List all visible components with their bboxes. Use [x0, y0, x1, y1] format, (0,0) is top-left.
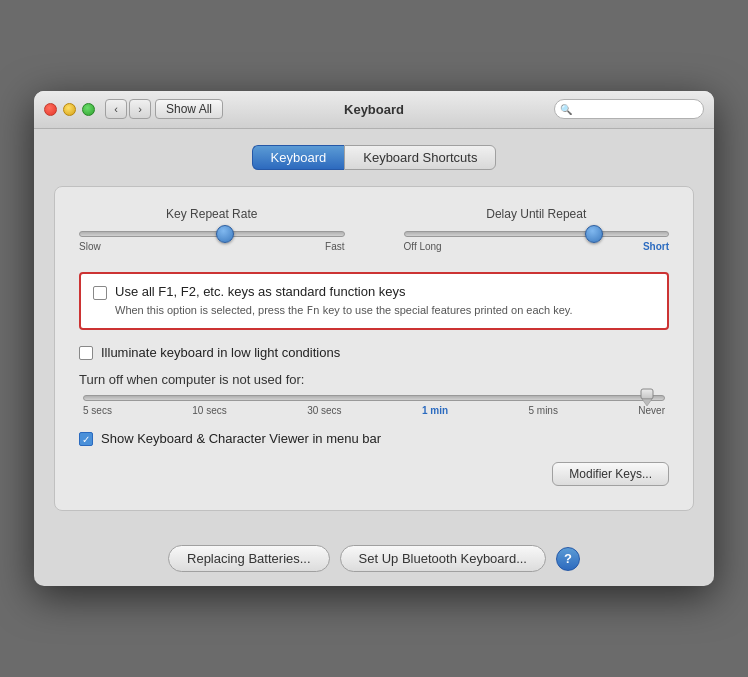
help-button[interactable]: ? — [556, 547, 580, 571]
tab-keyboard-shortcuts[interactable]: Keyboard Shortcuts — [344, 145, 496, 170]
key-repeat-group: Key Repeat Rate Slow Fast — [79, 207, 345, 252]
fn-option-desc: When this option is selected, press the … — [115, 303, 573, 318]
fn-option-row: Use all F1, F2, etc. keys as standard fu… — [93, 284, 655, 318]
show-keyboard-checkbox[interactable]: ✓ — [79, 432, 93, 446]
illuminate-label: Illuminate keyboard in low light conditi… — [101, 345, 340, 360]
time-label-30secs: 30 secs — [307, 405, 341, 416]
key-repeat-label: Key Repeat Rate — [79, 207, 345, 221]
delay-off-long-label: Off Long — [404, 241, 442, 252]
delay-repeat-range-labels: Off Long Short — [404, 241, 670, 252]
fn-keys-checkbox[interactable] — [93, 286, 107, 300]
fn-desc-prefix: When this option is selected, press the — [115, 304, 306, 316]
key-repeat-range-labels: Slow Fast — [79, 241, 345, 252]
sliders-row: Key Repeat Rate Slow Fast Delay Until Re… — [79, 207, 669, 252]
time-thumb-svg — [640, 388, 654, 406]
illuminate-row: Illuminate keyboard in low light conditi… — [79, 344, 669, 360]
delay-short-label: Short — [643, 241, 669, 252]
time-label-10secs: 10 secs — [192, 405, 226, 416]
key-repeat-track-wrap — [79, 231, 345, 237]
content-area: Keyboard Keyboard Shortcuts Key Repeat R… — [34, 129, 714, 531]
time-slider-wrap — [79, 395, 669, 401]
delay-repeat-group: Delay Until Repeat Off Long Short — [404, 207, 670, 252]
show-all-button[interactable]: Show All — [155, 99, 223, 119]
setup-bluetooth-button[interactable]: Set Up Bluetooth Keyboard... — [340, 545, 546, 572]
fn-option-box: Use all F1, F2, etc. keys as standard fu… — [79, 272, 669, 330]
modifier-row: Modifier Keys... — [79, 462, 669, 486]
delay-repeat-thumb[interactable] — [585, 225, 603, 243]
keyboard-preferences-window: ‹ › Show All Keyboard Keyboard Keyboard … — [34, 91, 714, 586]
turn-off-label: Turn off when computer is not used for: — [79, 372, 669, 387]
show-keyboard-label: Show Keyboard & Character Viewer in menu… — [101, 431, 381, 446]
time-label-5secs: 5 secs — [83, 405, 112, 416]
key-repeat-thumb[interactable] — [216, 225, 234, 243]
illuminate-checkbox[interactable] — [79, 346, 93, 360]
back-button[interactable]: ‹ — [105, 99, 127, 119]
fn-option-label: Use all F1, F2, etc. keys as standard fu… — [115, 284, 573, 299]
delay-repeat-track[interactable] — [404, 231, 670, 237]
show-keyboard-row: ✓ Show Keyboard & Character Viewer in me… — [79, 430, 669, 446]
forward-button[interactable]: › — [129, 99, 151, 119]
maximize-button[interactable] — [82, 103, 95, 116]
key-repeat-fast-label: Fast — [325, 241, 344, 252]
svg-rect-0 — [641, 389, 653, 399]
time-label-5mins: 5 mins — [528, 405, 557, 416]
search-wrap — [554, 99, 704, 119]
time-slider-thumb[interactable] — [640, 388, 658, 408]
settings-panel: Key Repeat Rate Slow Fast Delay Until Re… — [54, 186, 694, 511]
delay-repeat-label: Delay Until Repeat — [404, 207, 670, 221]
minimize-button[interactable] — [63, 103, 76, 116]
window-title: Keyboard — [344, 102, 404, 117]
key-repeat-track[interactable] — [79, 231, 345, 237]
tab-keyboard[interactable]: Keyboard — [252, 145, 345, 170]
time-labels: 5 secs 10 secs 30 secs 1 min 5 mins Neve… — [79, 405, 669, 416]
modifier-keys-button[interactable]: Modifier Keys... — [552, 462, 669, 486]
delay-repeat-track-wrap — [404, 231, 670, 237]
titlebar: ‹ › Show All Keyboard — [34, 91, 714, 129]
svg-marker-1 — [642, 399, 652, 406]
time-slider-track[interactable] — [83, 395, 665, 401]
nav-buttons: ‹ › — [105, 99, 151, 119]
tab-bar: Keyboard Keyboard Shortcuts — [54, 145, 694, 170]
fn-key-text: Fn — [306, 304, 319, 317]
key-repeat-slow-label: Slow — [79, 241, 101, 252]
close-button[interactable] — [44, 103, 57, 116]
fn-desc-suffix: key to use the special features printed … — [320, 304, 573, 316]
time-label-1min: 1 min — [422, 405, 448, 416]
fn-option-content: Use all F1, F2, etc. keys as standard fu… — [115, 284, 573, 318]
replacing-batteries-button[interactable]: Replacing Batteries... — [168, 545, 330, 572]
footer: Replacing Batteries... Set Up Bluetooth … — [34, 531, 714, 586]
search-input[interactable] — [554, 99, 704, 119]
traffic-lights — [44, 103, 95, 116]
